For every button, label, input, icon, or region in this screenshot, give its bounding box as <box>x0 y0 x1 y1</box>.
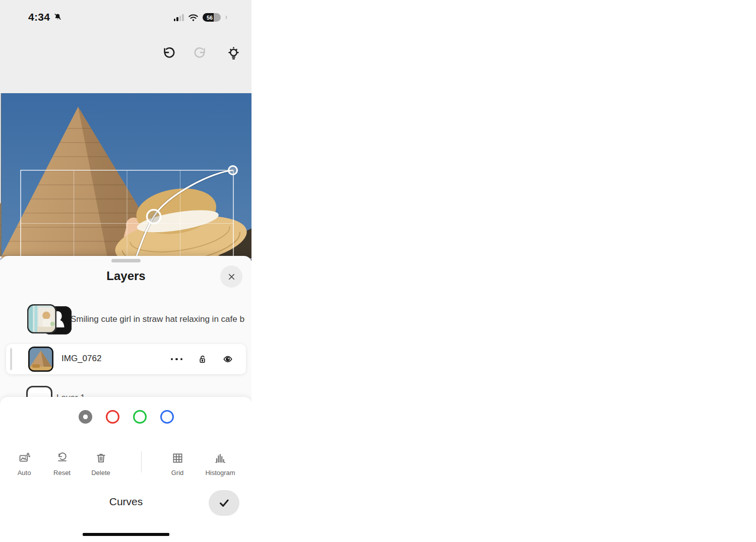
battery-icon: 56 <box>203 13 221 22</box>
chrome-bar: 4:34 56 <box>0 0 252 93</box>
home-indicator[interactable] <box>83 533 169 536</box>
eye-icon <box>222 353 234 365</box>
adobe-photoshop-mobile-triptych: 4:33 56 <box>0 0 756 542</box>
trash-icon <box>94 451 108 465</box>
undo-icon[interactable] <box>158 43 178 63</box>
channel-composite[interactable] <box>79 410 92 424</box>
delete-button[interactable]: Delete <box>82 451 120 478</box>
layer-row-selected[interactable]: IMG_0762 <box>6 344 246 374</box>
reset-button[interactable]: Reset <box>43 451 81 478</box>
reorder-handle[interactable] <box>10 348 12 370</box>
tool-label: Histogram <box>205 469 235 478</box>
close-icon <box>227 272 236 282</box>
layer-thumbnail-cafe[interactable] <box>27 304 56 333</box>
grid-icon <box>171 451 184 465</box>
channel-green[interactable] <box>133 410 147 424</box>
sheet-title: Layers <box>0 269 252 283</box>
histogram-toggle-button[interactable]: Histogram <box>201 451 239 478</box>
layer-visibility-button[interactable] <box>222 353 234 365</box>
layer-more-options-button[interactable] <box>171 358 183 361</box>
tool-label: Reset <box>53 469 71 478</box>
layer-thumbnail-pyramid[interactable] <box>28 347 53 372</box>
layer-name: Smiling cute girl in straw hat relaxing … <box>71 314 245 324</box>
auto-button[interactable]: Auto <box>5 451 43 478</box>
checkmark-icon <box>217 496 231 510</box>
ellipsis-icon <box>171 358 183 361</box>
tool-label: Delete <box>91 469 110 478</box>
tool-label: Auto <box>18 469 31 478</box>
panel-divider <box>251 0 253 542</box>
channel-selector <box>0 410 252 424</box>
layer-name: IMG_0762 <box>61 354 101 364</box>
channel-red[interactable] <box>106 410 119 424</box>
toolbar-divider <box>141 451 142 472</box>
panel-divider <box>503 0 505 542</box>
tips-lightbulb-icon[interactable] <box>223 43 243 63</box>
tool-label: Grid <box>171 469 184 478</box>
curves-panel: Auto Reset Delete Grid Histogram <box>0 397 252 542</box>
reset-icon <box>55 451 69 465</box>
close-sheet-button[interactable] <box>220 265 242 288</box>
clock: 4:34 <box>28 11 50 23</box>
curve-point-selected[interactable] <box>147 210 161 224</box>
auto-enhance-icon <box>18 451 31 465</box>
apply-button[interactable] <box>209 490 239 516</box>
cellular-signal-icon <box>174 14 184 21</box>
sheet-drag-handle[interactable] <box>111 259 141 262</box>
unlocked-padlock-icon <box>196 353 208 365</box>
redo-icon[interactable] <box>191 43 211 63</box>
layer-lock-button[interactable] <box>196 353 208 365</box>
layer-row-masked-photo[interactable]: Smiling cute girl in straw hat relaxing … <box>0 302 252 336</box>
curve-point-highlights[interactable] <box>229 166 237 175</box>
grid-toggle-button[interactable]: Grid <box>158 451 197 478</box>
mute-bell-icon <box>53 13 62 22</box>
channel-blue[interactable] <box>160 410 174 424</box>
histogram-icon <box>214 451 227 465</box>
wifi-icon <box>188 14 199 22</box>
battery-nub <box>226 16 227 19</box>
